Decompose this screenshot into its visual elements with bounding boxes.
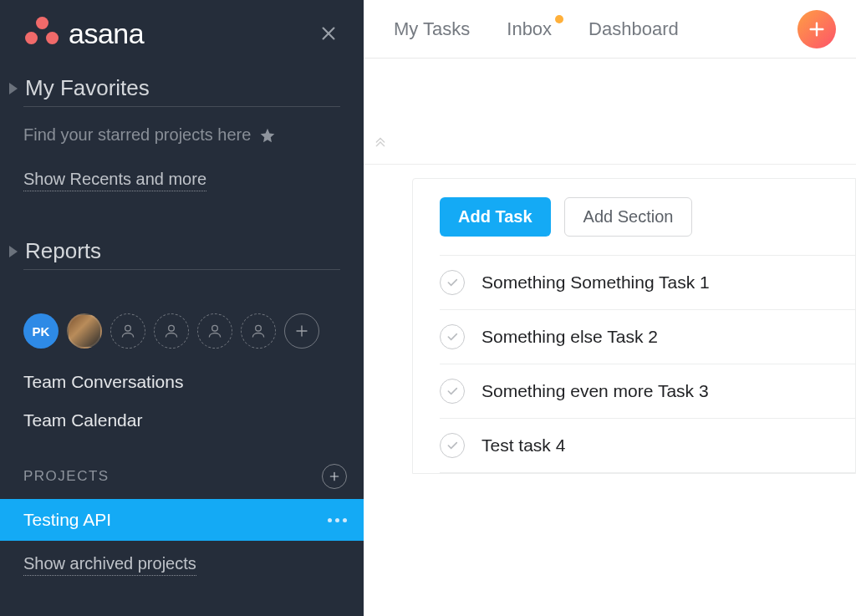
project-item-active[interactable]: Testing API: [0, 499, 364, 541]
close-sidebar-button[interactable]: [313, 18, 344, 48]
ellipsis-icon: [328, 518, 332, 522]
svg-point-3: [256, 325, 262, 331]
logo[interactable]: asana: [23, 15, 144, 52]
check-icon: [446, 330, 459, 344]
favorites-title: My Favorites: [25, 75, 150, 101]
show-recents-link[interactable]: Show Recents and more: [23, 170, 206, 191]
avatar-empty-slot[interactable]: [197, 313, 232, 349]
reports-header[interactable]: Reports: [23, 232, 340, 270]
chevron-right-icon: [8, 83, 18, 94]
svg-point-0: [125, 325, 131, 331]
add-section-button[interactable]: Add Section: [564, 197, 693, 237]
task-row[interactable]: Something even more Task 3: [440, 364, 855, 419]
project-name: Testing API: [23, 510, 111, 530]
task-row[interactable]: Something Something Task 1: [440, 255, 855, 310]
team-conversations-link[interactable]: Team Conversations: [23, 372, 364, 392]
avatar-pk[interactable]: PK: [23, 313, 59, 349]
add-member-button[interactable]: [284, 313, 319, 349]
complete-task-checkbox[interactable]: [440, 379, 465, 404]
check-icon: [446, 384, 459, 398]
main: My Tasks Inbox Dashboard Add Task Add Se…: [364, 0, 856, 616]
nav-inbox-label: Inbox: [507, 18, 552, 39]
check-icon: [446, 439, 459, 452]
nav-inbox[interactable]: Inbox: [507, 18, 552, 40]
plus-icon: [329, 471, 340, 482]
avatar-empty-slot[interactable]: [241, 313, 276, 349]
projects-section: PROJECTS Testing API Show archived proje…: [0, 464, 364, 576]
sidebar-header: asana: [0, 0, 364, 64]
project-header-zone: [364, 59, 856, 165]
favorites-header[interactable]: My Favorites: [23, 69, 340, 107]
avatar-empty-slot[interactable]: [110, 313, 145, 349]
chevron-right-icon: [8, 246, 18, 257]
notification-dot-icon: [555, 15, 563, 23]
favorites-hint-text: Find your starred projects here: [23, 125, 251, 145]
complete-task-checkbox[interactable]: [440, 324, 465, 349]
content-area: Add Task Add Section Something Something…: [364, 165, 856, 474]
show-archived-link[interactable]: Show archived projects: [23, 554, 196, 576]
plus-icon: [294, 323, 309, 339]
complete-task-checkbox[interactable]: [440, 270, 465, 295]
avatar-empty-slot[interactable]: [154, 313, 189, 349]
complete-task-checkbox[interactable]: [440, 433, 465, 458]
svg-point-2: [212, 325, 218, 331]
add-project-button[interactable]: [322, 464, 347, 489]
task-title: Test task 4: [482, 435, 565, 456]
logo-text: asana: [69, 18, 144, 50]
project-actions-button[interactable]: [328, 518, 347, 522]
plus-icon: [808, 20, 826, 38]
add-task-button[interactable]: Add Task: [440, 197, 551, 237]
projects-header: PROJECTS: [0, 464, 364, 489]
favorites-section: My Favorites Find your starred projects …: [0, 64, 364, 191]
task-title: Something even more Task 3: [482, 381, 709, 401]
svg-point-1: [169, 325, 175, 331]
team-calendar-link[interactable]: Team Calendar: [23, 410, 364, 430]
panel-toolbar: Add Task Add Section: [413, 179, 855, 255]
star-icon: [259, 127, 276, 144]
nav-my-tasks[interactable]: My Tasks: [394, 18, 470, 40]
sidebar: asana My Favorites Find your starred pro…: [0, 0, 364, 616]
avatar-photo[interactable]: [67, 313, 102, 349]
asana-logo-icon: [23, 15, 60, 52]
top-nav: My Tasks Inbox Dashboard: [364, 0, 856, 59]
task-row[interactable]: Test task 4: [440, 419, 855, 473]
reports-title: Reports: [25, 238, 101, 264]
compose-button[interactable]: [797, 10, 836, 48]
team-links: Team Conversations Team Calendar: [0, 349, 364, 430]
task-row[interactable]: Something else Task 2: [440, 310, 855, 364]
reports-section: Reports: [0, 227, 364, 270]
task-title: Something else Task 2: [482, 327, 658, 347]
task-list: Something Something Task 1 Something els…: [413, 255, 855, 473]
task-title: Something Something Task 1: [482, 272, 710, 293]
close-icon: [319, 24, 338, 43]
team-members: PK: [0, 270, 364, 349]
nav-dashboard[interactable]: Dashboard: [588, 18, 679, 40]
projects-label: PROJECTS: [23, 468, 110, 485]
task-panel: Add Task Add Section Something Something…: [412, 178, 856, 474]
check-icon: [446, 276, 459, 289]
favorites-hint: Find your starred projects here: [23, 107, 340, 151]
collapse-chevrons-icon[interactable]: [374, 134, 387, 150]
